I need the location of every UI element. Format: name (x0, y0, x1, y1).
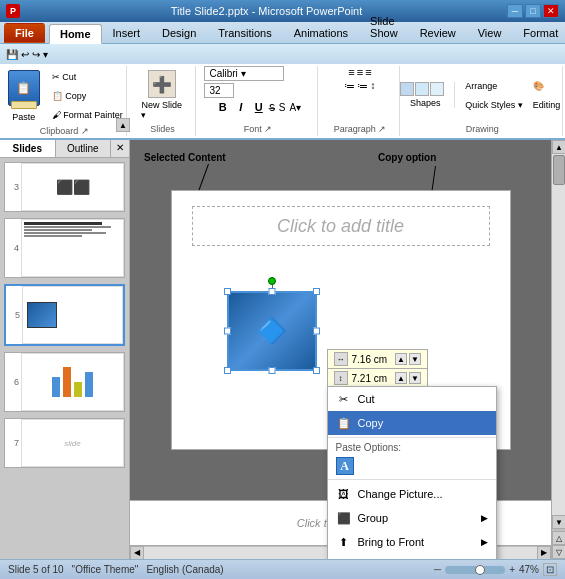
ctx-sep2 (328, 479, 496, 480)
qa-dropdown-button[interactable]: ▾ (43, 49, 48, 60)
slide-title-area[interactable]: Click to add title (192, 206, 490, 246)
bullet-button[interactable]: ≔ (344, 80, 355, 93)
tab-transitions[interactable]: Transitions (207, 23, 282, 43)
ctx-paste-a[interactable]: A (328, 455, 496, 477)
ctx-cut-label: Cut (358, 393, 375, 405)
rotation-handle[interactable] (268, 277, 276, 285)
ctx-copy[interactable]: 📋 Copy (328, 411, 496, 435)
shapes-button[interactable]: Shapes (410, 98, 441, 108)
fit-button[interactable]: ⊡ (543, 563, 557, 576)
shape-fill-button[interactable]: 🎨 (529, 77, 565, 95)
scroll-right-button[interactable]: ▶ (537, 546, 551, 560)
align-center-button[interactable]: ≡ (357, 66, 363, 78)
quick-styles-button[interactable]: Quick Styles ▾ (461, 96, 527, 114)
handle-tc[interactable] (268, 288, 275, 295)
copy-button[interactable]: 📋 Copy (48, 87, 127, 105)
underline-button[interactable]: U (251, 99, 267, 115)
zoom-out-button[interactable]: ─ (434, 564, 441, 575)
handle-tr[interactable] (313, 288, 320, 295)
strikethrough-button[interactable]: S̶ (269, 102, 275, 113)
slide-canvas[interactable]: Selected Content Copy option Click to ad… (130, 140, 551, 500)
tooltip-btn2[interactable]: ▼ (409, 353, 421, 365)
paragraph-group: ≡ ≡ ≡ ≔ ≔ ↕ Paragraph ↗ (320, 66, 400, 136)
scroll-left-button[interactable]: ◀ (130, 546, 144, 560)
tab-animations[interactable]: Animations (283, 23, 359, 43)
tab-slideshow[interactable]: Slide Show (359, 11, 409, 43)
handle-tl[interactable] (224, 288, 231, 295)
scroll-down-button-main[interactable]: ▼ (552, 515, 565, 529)
format-painter-button[interactable]: 🖌 Format Painter (48, 106, 127, 124)
shape-oval[interactable] (400, 82, 414, 96)
ctx-group[interactable]: ⬛ Group ▶ (328, 506, 496, 530)
tooltip-buttons: ▲ ▼ (395, 353, 421, 365)
tooltip-btn4[interactable]: ▼ (409, 372, 421, 384)
tab-review[interactable]: Review (409, 23, 467, 43)
prev-slide-button[interactable]: △ (552, 531, 565, 545)
slides-tab[interactable]: Slides (0, 140, 56, 157)
slide-thumb-3[interactable]: 3 ⬛⬛ (4, 162, 125, 212)
minimize-button[interactable]: ─ (507, 4, 523, 18)
slide-canvas-area: Selected Content Copy option Click to ad… (130, 140, 551, 559)
tooltip-btn3[interactable]: ▲ (395, 372, 407, 384)
slide-thumb-6[interactable]: 6 (4, 352, 125, 412)
handle-mr[interactable] (313, 328, 320, 335)
maximize-button[interactable]: □ (525, 4, 541, 18)
font-color-button[interactable]: A▾ (289, 102, 301, 113)
font-family-dropdown[interactable]: Calibri ▾ (204, 66, 284, 81)
slide-thumb-5[interactable]: 5 (4, 284, 125, 346)
zoom-slider[interactable] (445, 566, 505, 574)
tooltip-btn1[interactable]: ▲ (395, 353, 407, 365)
next-slide-button[interactable]: ▽ (552, 545, 565, 559)
ctx-bring-to-front[interactable]: ⬆ Bring to Front ▶ (328, 530, 496, 554)
new-slide-button[interactable]: ➕ New Slide ▾ (135, 66, 189, 124)
paste-icon: 📋 (8, 70, 40, 106)
outline-tab[interactable]: Outline (56, 140, 112, 157)
handle-bc[interactable] (268, 367, 275, 374)
shadow-button[interactable]: S (279, 102, 286, 113)
zoom-thumb[interactable] (475, 565, 485, 575)
numbering-button[interactable]: ≔ (357, 80, 368, 93)
cut-button[interactable]: ✂ Cut (48, 68, 127, 86)
editing-button[interactable]: Editing (529, 96, 565, 114)
redo-qa-button[interactable]: ↪ (32, 49, 40, 60)
close-button[interactable]: ✕ (543, 4, 559, 18)
italic-button[interactable]: I (233, 99, 249, 115)
line-spacing-button[interactable]: ↕ (370, 80, 375, 93)
tab-view[interactable]: View (467, 23, 513, 43)
slides-buttons: ➕ New Slide ▾ (135, 66, 189, 124)
arrange-button[interactable]: Arrange (461, 77, 527, 95)
panel-close-button[interactable]: ✕ (111, 140, 129, 157)
tab-insert[interactable]: Insert (102, 23, 152, 43)
slide-preview-3: ⬛⬛ (21, 163, 124, 211)
slide-thumb-7[interactable]: 7 slide (4, 418, 125, 468)
scroll-up-button-main[interactable]: ▲ (552, 140, 565, 154)
v-scroll-thumb[interactable] (553, 155, 565, 185)
paste-button[interactable]: 📋 Paste (2, 66, 46, 126)
save-qa-button[interactable]: 💾 (6, 49, 18, 60)
handle-br[interactable] (313, 367, 320, 374)
ctx-change-picture[interactable]: 🖼 Change Picture... (328, 482, 496, 506)
align-right-button[interactable]: ≡ (365, 66, 371, 78)
tab-file[interactable]: File (4, 23, 45, 43)
paste-a-icon: A (336, 457, 354, 475)
v-scroll-track[interactable] (552, 154, 565, 515)
selected-image-container[interactable]: 🔷 (227, 291, 317, 371)
tab-home[interactable]: Home (49, 24, 102, 44)
ctx-cut[interactable]: ✂ Cut (328, 387, 496, 411)
tab-design[interactable]: Design (151, 23, 207, 43)
shape-rect[interactable] (415, 82, 429, 96)
undo-qa-button[interactable]: ↩ (21, 49, 29, 60)
slide-preview-4 (21, 219, 124, 277)
bold-button[interactable]: B (215, 99, 231, 115)
tab-format[interactable]: Format (512, 23, 565, 43)
font-size-input[interactable]: 32 (204, 83, 234, 98)
handle-ml[interactable] (224, 328, 231, 335)
slide-main: Selected Content Copy option Click to ad… (130, 140, 565, 559)
shape-triangle[interactable] (430, 82, 444, 96)
handle-bl[interactable] (224, 367, 231, 374)
ctx-send-to-back[interactable]: ⬇ Send to Back ▶ (328, 554, 496, 559)
bring-to-front-arrow: ▶ (481, 537, 488, 547)
slide-thumb-4[interactable]: 4 (4, 218, 125, 278)
align-left-button[interactable]: ≡ (348, 66, 354, 78)
zoom-in-button[interactable]: + (509, 564, 515, 575)
